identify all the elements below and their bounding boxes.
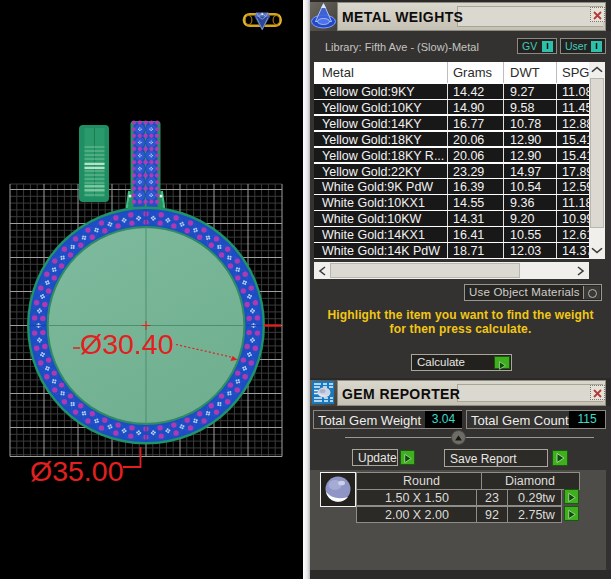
- svg-text:Ø30.40: Ø30.40: [80, 328, 174, 360]
- svg-text:Ø35.00: Ø35.00: [30, 455, 124, 487]
